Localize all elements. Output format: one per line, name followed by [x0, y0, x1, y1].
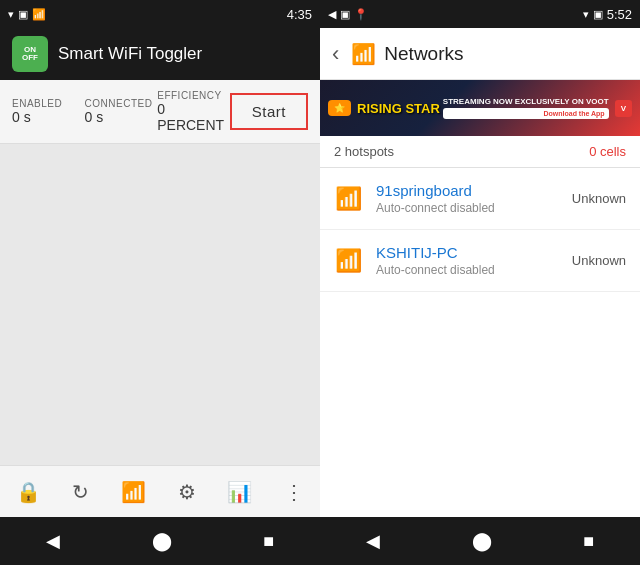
hotspots-count: 2 hotspots	[334, 144, 394, 159]
left-system-nav: ◀ ⬤ ■	[0, 517, 320, 565]
settings-icon[interactable]: ⚙	[170, 472, 204, 512]
wifi-header-icon: 📶	[351, 42, 376, 66]
data-icon: ▣	[18, 8, 28, 21]
ad-right: STREAMING NOW EXCLUSIVELY ON VOOT Downlo…	[443, 97, 609, 119]
left-time: 4:35	[287, 7, 312, 22]
left-main-area	[0, 144, 320, 465]
signal-icon: ▾	[8, 8, 14, 21]
right-panel: ◀ ▣ 📍 ▾ ▣ 5:52 ‹ 📶 Networks ⭐ RISING STA…	[320, 0, 640, 565]
network-status-0: Unknown	[572, 191, 626, 206]
right-data-icon: ▣	[593, 8, 603, 21]
right-header: ‹ 📶 Networks	[320, 28, 640, 80]
start-button[interactable]: Start	[230, 93, 308, 130]
left-status-bar: ▾ ▣ 📶 4:35	[0, 0, 320, 28]
app-title: Smart WiFi Toggler	[58, 44, 202, 64]
left-status-icons: ▾ ▣ 📶	[8, 8, 46, 21]
wifi-nav-icon[interactable]: 📶	[113, 472, 154, 512]
right-back-button[interactable]: ◀	[346, 522, 400, 560]
stat-efficiency: EFFICIENCY 0 PERCENT	[157, 90, 230, 133]
home-button[interactable]: ⬤	[132, 522, 192, 560]
right-home-button[interactable]: ⬤	[452, 522, 512, 560]
back-button[interactable]: ◀	[26, 522, 80, 560]
efficiency-label: EFFICIENCY	[157, 90, 221, 101]
network-info-0: 91springboard Auto-connect disabled	[376, 182, 572, 215]
right-signal-icon: ▾	[583, 8, 589, 21]
left-panel: ▾ ▣ 📶 4:35 ON OFF Smart WiFi Toggler ENA…	[0, 0, 320, 565]
network-status-1: Unknown	[572, 253, 626, 268]
network-wifi-icon-1: 📶	[334, 248, 362, 274]
networks-list: 📶 91springboard Auto-connect disabled Un…	[320, 168, 640, 517]
recent-button[interactable]: ■	[243, 523, 294, 560]
right-status-bar: ◀ ▣ 📍 ▾ ▣ 5:52	[320, 0, 640, 28]
refresh-icon[interactable]: ↻	[64, 472, 97, 512]
left-header: ON OFF Smart WiFi Toggler	[0, 28, 320, 80]
download-btn[interactable]: Download the App	[443, 108, 609, 119]
right-system-nav: ◀ ⬤ ■	[320, 517, 640, 565]
app-icon-off: OFF	[22, 54, 38, 62]
connected-label: CONNECTED	[85, 98, 153, 109]
menu-icon: ▣	[340, 8, 350, 21]
enabled-value: 0 s	[12, 109, 31, 125]
right-status-icons-left: ◀ ▣ 📍	[328, 8, 368, 21]
networks-title: Networks	[384, 43, 463, 65]
ad-banner[interactable]: ⭐ RISING STAR STREAMING NOW EXCLUSIVELY …	[320, 80, 640, 136]
stats-icon[interactable]: 📊	[219, 472, 260, 512]
network-name-1: KSHITIJ-PC	[376, 244, 572, 261]
hotspots-bar: 2 hotspots 0 cells	[320, 136, 640, 168]
network-name-0: 91springboard	[376, 182, 572, 199]
screenshot-icon: ◀	[328, 8, 336, 21]
location-icon: 📍	[354, 8, 368, 21]
streaming-text: STREAMING NOW EXCLUSIVELY ON VOOT	[443, 97, 609, 106]
start-btn-container: Start	[230, 93, 308, 130]
network-sub-1: Auto-connect disabled	[376, 263, 572, 277]
lock-icon[interactable]: 🔒	[8, 472, 49, 512]
cells-count: 0 cells	[589, 144, 626, 159]
back-arrow-icon[interactable]: ‹	[332, 41, 339, 67]
more-icon[interactable]: ⋮	[276, 472, 312, 512]
stats-row: ENABLED 0 s CONNECTED 0 s EFFICIENCY 0 P…	[0, 80, 320, 144]
network-info-1: KSHITIJ-PC Auto-connect disabled	[376, 244, 572, 277]
network-wifi-icon-0: 📶	[334, 186, 362, 212]
stat-enabled: ENABLED 0 s	[12, 98, 85, 125]
enabled-label: ENABLED	[12, 98, 62, 109]
ad-main-text: RISING STAR	[357, 101, 440, 116]
network-sub-0: Auto-connect disabled	[376, 201, 572, 215]
network-item-0[interactable]: 📶 91springboard Auto-connect disabled Un…	[320, 168, 640, 230]
efficiency-value: 0 PERCENT	[157, 101, 230, 133]
ad-logo: ⭐	[328, 100, 351, 116]
ad-content: ⭐ RISING STAR	[328, 100, 443, 116]
network-item-1[interactable]: 📶 KSHITIJ-PC Auto-connect disabled Unkno…	[320, 230, 640, 292]
left-bottom-nav: 🔒 ↻ 📶 ⚙ 📊 ⋮	[0, 465, 320, 517]
voot-badge: V	[615, 100, 632, 117]
connected-value: 0 s	[85, 109, 104, 125]
app-icon: ON OFF	[12, 36, 48, 72]
right-recent-button[interactable]: ■	[563, 523, 614, 560]
right-time: 5:52	[607, 7, 632, 22]
right-status-icons-right: ▾ ▣ 5:52	[583, 7, 632, 22]
wifi-status-icon: 📶	[32, 8, 46, 21]
stat-connected: CONNECTED 0 s	[85, 98, 158, 125]
